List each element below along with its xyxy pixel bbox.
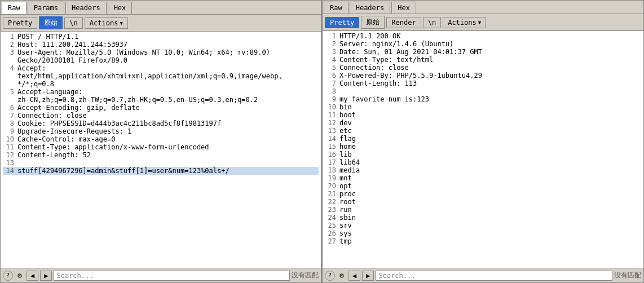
left-back-button[interactable]: ◀ (27, 271, 38, 281)
left-tab-bar: Raw Params Headers Hex (1, 1, 321, 15)
line-number: 11 (3, 143, 14, 151)
right-back-button[interactable]: ◀ (349, 271, 360, 281)
left-raw-button[interactable]: 原始 (39, 16, 63, 29)
right-render-button[interactable]: Render (386, 17, 421, 28)
line-number: 13 (3, 159, 14, 167)
line-number: 3 (325, 48, 336, 56)
line-number (3, 80, 14, 88)
table-row: 17lib64 (325, 158, 641, 166)
line-number: 7 (3, 112, 14, 120)
table-row: 7Connection: close (3, 112, 319, 120)
left-help-button[interactable]: ? (3, 271, 13, 281)
table-row: 5Accept-Language: (3, 88, 319, 96)
left-panel: Raw Params Headers Hex Pretty 原始 \n Acti… (0, 0, 322, 283)
line-number: 12 (3, 151, 14, 159)
line-content: run (339, 206, 641, 214)
line-content: proc (339, 190, 641, 198)
line-content: */*;q=0.8 (17, 80, 319, 88)
right-actions-button[interactable]: Actions ▼ (443, 17, 486, 28)
left-search-input[interactable] (54, 271, 290, 281)
line-content: Connection: close (339, 64, 641, 72)
line-number (3, 96, 14, 104)
line-number: 19 (325, 174, 336, 182)
line-number: 22 (325, 198, 336, 206)
left-actions-dropdown-arrow: ▼ (120, 20, 122, 26)
right-newline-button[interactable]: \n (423, 17, 441, 28)
line-number: 11 (325, 111, 336, 119)
left-content-area[interactable]: 1POST / HTTP/1.12Host: 111.200.241.244:5… (1, 32, 321, 268)
line-content: dev (339, 119, 641, 127)
right-forward-button[interactable]: ▶ (362, 271, 374, 281)
table-row: 2Server: nginx/1.4.6 (Ubuntu) (325, 40, 641, 48)
line-number: 12 (325, 119, 336, 127)
line-number: 9 (325, 95, 336, 103)
table-row: 8Cookie: PHPSESSID=d444b3ac4c211bc8ad5cf… (3, 120, 319, 127)
table-row: 9my favorite num is:123 (325, 95, 641, 103)
line-number: 10 (325, 103, 336, 111)
line-number: 1 (3, 33, 14, 41)
line-number: 18 (325, 166, 336, 174)
table-row: 2Host: 111.200.241.244:53937 (3, 41, 319, 48)
line-content: Accept-Encoding: gzip, deflate (17, 104, 319, 112)
line-content: lib (339, 151, 641, 158)
line-content: mnt (339, 174, 641, 182)
table-row: 4Content-Type: text/html (325, 56, 641, 64)
right-tab-hex[interactable]: Hex (391, 2, 416, 14)
line-content: Date: Sun, 01 Aug 2021 04:01:37 GMT (339, 48, 641, 56)
right-search-input[interactable] (376, 271, 612, 281)
line-number: 27 (325, 237, 336, 245)
left-gear-button[interactable]: ⚙ (15, 271, 25, 281)
line-content: zh-CN,zh;q=0.8,zh-TW;q=0.7,zh-HK;q=0.5,e… (17, 96, 319, 104)
line-content: Upgrade-Insecure-Requests: 1 (17, 127, 319, 135)
table-row: zh-CN,zh;q=0.8,zh-TW;q=0.7,zh-HK;q=0.5,e… (3, 96, 319, 104)
right-help-button[interactable]: ? (325, 271, 335, 281)
line-content (17, 159, 319, 167)
table-row: 26sys (325, 229, 641, 237)
right-tab-headers[interactable]: Headers (350, 2, 391, 14)
left-tab-hex[interactable]: Hex (108, 2, 133, 14)
line-number: 6 (325, 72, 336, 79)
right-raw-button[interactable]: 原始 (361, 16, 385, 29)
table-row: 23run (325, 206, 641, 214)
line-content: Content-Type: text/html (339, 56, 641, 64)
line-content: Content-Length: 52 (17, 151, 319, 159)
right-actions-dropdown-arrow: ▼ (478, 20, 481, 25)
left-forward-button[interactable]: ▶ (40, 271, 52, 281)
left-newline-button[interactable]: \n (64, 17, 82, 29)
table-row: 10bin (325, 103, 641, 111)
line-number: 24 (325, 214, 336, 222)
table-row: 14stuff[4294967296]=admin&stuff[1]=user&… (3, 167, 319, 175)
right-gear-button[interactable]: ⚙ (337, 271, 347, 281)
line-content: Connection: close (17, 112, 319, 120)
right-content-area[interactable]: 1HTTP/1.1 200 OK2Server: nginx/1.4.6 (Ub… (323, 31, 643, 268)
table-row: */*;q=0.8 (3, 80, 319, 88)
line-content: sys (339, 229, 641, 237)
left-actions-button[interactable]: Actions ▼ (85, 17, 128, 29)
line-content: Cache-Control: max-age=0 (17, 135, 319, 143)
right-tab-raw[interactable]: Raw (324, 2, 349, 14)
left-pretty-button[interactable]: Pretty (3, 17, 37, 29)
line-content: Accept-Language: (17, 88, 319, 96)
table-row: 3User-Agent: Mozilla/5.0 (Windows NT 10.… (3, 48, 319, 64)
left-tab-params[interactable]: Params (28, 2, 64, 14)
line-content: boot (339, 111, 641, 119)
left-no-match-text: 没有匹配 (292, 271, 319, 280)
line-number: 6 (3, 104, 14, 112)
table-row: 6X-Powered-By: PHP/5.5.9-1ubuntu4.29 (325, 72, 641, 79)
line-content: opt (339, 182, 641, 190)
line-content: stuff[4294967296]=admin&stuff[1]=user&nu… (17, 167, 319, 175)
right-toolbar: Pretty 原始 Render \n Actions ▼ (323, 14, 643, 31)
right-pretty-button[interactable]: Pretty (325, 17, 359, 28)
table-row: 18media (325, 166, 641, 174)
left-tab-raw[interactable]: Raw (2, 2, 27, 14)
line-number: 9 (3, 127, 14, 135)
line-content: srv (339, 222, 641, 229)
line-number: 14 (325, 135, 336, 143)
table-row: 27tmp (325, 237, 641, 245)
table-row: 14flag (325, 135, 641, 143)
line-content: Host: 111.200.241.244:53937 (17, 41, 319, 48)
left-tab-headers[interactable]: Headers (65, 2, 107, 14)
table-row: 20opt (325, 182, 641, 190)
line-number: 3 (3, 48, 14, 64)
line-number: 21 (325, 190, 336, 198)
